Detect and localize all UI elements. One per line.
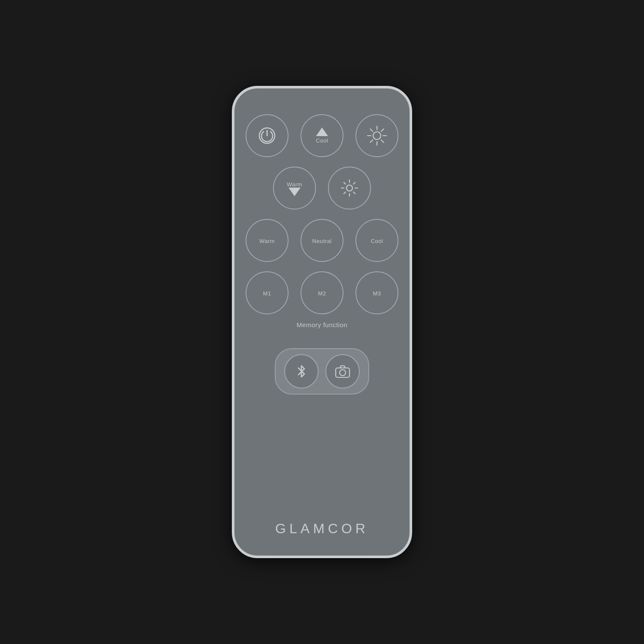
memory-3-button[interactable]: M3 <box>355 271 398 314</box>
row-3: Warm Neutral Cool <box>246 219 398 262</box>
warm-down-label: Warm <box>287 181 302 188</box>
warm-button[interactable]: Warm <box>246 219 289 262</box>
svg-point-2 <box>373 132 381 140</box>
cool-up-label: Cool <box>316 137 328 144</box>
camera-button[interactable] <box>325 354 360 389</box>
neutral-button[interactable]: Neutral <box>301 219 343 262</box>
row-4: M1 M2 M3 <box>246 271 398 314</box>
brightness-high-button[interactable] <box>355 114 398 157</box>
remote-control: Cool Warm <box>232 86 412 558</box>
arrow-down-icon <box>289 188 301 196</box>
warm-down-button[interactable]: Warm <box>273 167 316 210</box>
memory-function-label: Memory function <box>297 321 347 328</box>
svg-line-16 <box>344 182 346 184</box>
svg-point-11 <box>346 185 352 191</box>
memory-3-label: M3 <box>373 290 381 297</box>
power-button[interactable] <box>246 114 289 157</box>
row-2: Warm <box>273 167 371 210</box>
svg-line-19 <box>344 192 346 194</box>
bluetooth-button[interactable] <box>284 354 319 389</box>
warm-label: Warm <box>259 238 275 244</box>
brand-label: GLAMCOR <box>234 521 410 537</box>
row-1: Cool <box>246 114 398 157</box>
memory-1-label: M1 <box>263 290 271 297</box>
buttons-grid: Cool Warm <box>252 114 392 395</box>
svg-line-17 <box>353 192 355 194</box>
pill-container <box>275 348 369 395</box>
memory-2-label: M2 <box>318 290 326 297</box>
svg-line-7 <box>370 129 373 131</box>
svg-line-18 <box>353 182 355 184</box>
cool-button[interactable]: Cool <box>355 219 398 262</box>
memory-1-button[interactable]: M1 <box>246 271 289 314</box>
svg-line-9 <box>381 129 384 131</box>
brightness-low-button[interactable] <box>328 167 371 210</box>
cool-up-button[interactable]: Cool <box>301 114 343 157</box>
neutral-label: Neutral <box>312 238 331 244</box>
svg-line-10 <box>370 140 373 143</box>
arrow-up-icon <box>316 128 328 136</box>
memory-2-button[interactable]: M2 <box>301 271 343 314</box>
cool-label: Cool <box>371 238 383 244</box>
svg-line-8 <box>381 140 384 143</box>
svg-point-21 <box>340 370 346 376</box>
